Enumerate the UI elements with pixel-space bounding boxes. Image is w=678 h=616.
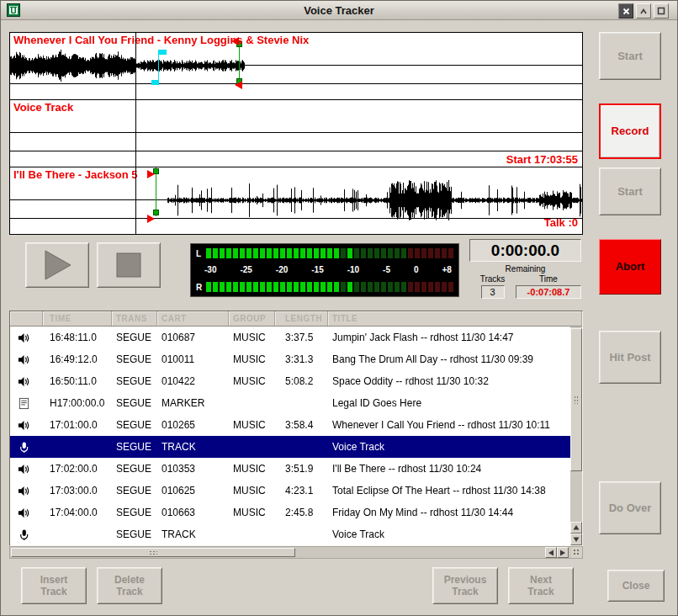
- maximize-window-button[interactable]: [654, 3, 669, 19]
- shade-window-button[interactable]: [636, 3, 651, 19]
- horizontal-scrollbar-thumb[interactable]: [11, 548, 295, 557]
- segue-marker-line[interactable]: [239, 43, 240, 83]
- log-cell-title: Space Oddity -- rdhost 11/30 10:32: [328, 375, 570, 387]
- meter-segment: [347, 248, 352, 258]
- meter-segment: [401, 282, 406, 292]
- stop-button[interactable]: [97, 242, 161, 288]
- grid-line: [10, 199, 582, 200]
- vertical-scrollbar-thumb[interactable]: [570, 328, 582, 471]
- log-cell-trans: SEGUE: [112, 485, 157, 497]
- log-cell-time: 16:48:11.0: [43, 332, 112, 343]
- track-panel-next[interactable]: I'll Be There - Jackson 5 Talk :0: [9, 167, 583, 235]
- meter-left-segments: [206, 248, 455, 258]
- log-cell-group: MUSIC: [229, 332, 275, 343]
- end-marker-icon[interactable]: [235, 81, 242, 89]
- start-track1-button[interactable]: Start: [599, 32, 661, 80]
- meter-segment: [428, 282, 433, 292]
- meter-right-label: R: [196, 283, 206, 292]
- log-cell-group: MUSIC: [229, 375, 275, 387]
- meter-segment: [341, 248, 346, 258]
- play-button[interactable]: [25, 242, 89, 288]
- log-cell-title: Bang The Drum All Day -- rdhost 11/30 09…: [328, 353, 570, 365]
- log-row[interactable]: 17:04:00.0SEGUE010663MUSIC2:45.8Friday O…: [10, 502, 570, 523]
- log-cell-length: 2:45.8: [275, 507, 328, 518]
- log-cell-cart: MARKER: [157, 397, 229, 409]
- meter-segment: [260, 282, 265, 292]
- thumb-grip-icon: [149, 550, 157, 555]
- log-row[interactable]: 17:02:00.0SEGUE010353MUSIC3:51.9I'll Be …: [10, 458, 570, 480]
- start-track3-button[interactable]: Start: [599, 167, 661, 215]
- meter-segment: [307, 282, 312, 292]
- horizontal-scrollbar[interactable]: [9, 546, 583, 559]
- log-cell-title: Jumpin' Jack Flash -- rdhost 11/30 14:47: [328, 332, 570, 343]
- track-panel-voice[interactable]: Voice Track Start 17:03:55: [9, 99, 583, 167]
- meter-scale-label: -20: [276, 265, 288, 274]
- meter-scale-label: -10: [347, 265, 359, 274]
- close-window-button[interactable]: [618, 3, 633, 19]
- start-marker-icon[interactable]: [147, 170, 155, 178]
- log-row[interactable]: 16:48:11.0SEGUE010687MUSIC3:37.5Jumpin' …: [10, 327, 570, 348]
- meter-segment: [260, 248, 265, 258]
- track-panel-previous[interactable]: Whenever I Call You Friend - Kenny Loggi…: [9, 32, 583, 100]
- meter-segment: [368, 248, 373, 258]
- log-row[interactable]: SEGUETRACKVoice Track: [10, 436, 570, 458]
- log-header-length[interactable]: LENGTH: [275, 311, 328, 326]
- meter-scale-label: -30: [204, 265, 216, 274]
- log-table: TIME TRANS CART GROUP LENGTH TITLE 16:48…: [9, 311, 583, 546]
- mic-icon: [10, 528, 43, 541]
- grid-line: [10, 65, 582, 66]
- log-header-icon-col[interactable]: [10, 311, 43, 326]
- log-cell-trans: SEGUE: [112, 507, 157, 518]
- meter-scale-label: -5: [383, 265, 390, 274]
- scroll-up-button[interactable]: [570, 522, 582, 534]
- log-row[interactable]: 16:50:11.0SEGUE010422MUSIC5:08.2Space Od…: [10, 370, 570, 392]
- meter-segment: [388, 282, 393, 292]
- record-button[interactable]: Record: [599, 104, 661, 159]
- scroll-down-button[interactable]: [570, 534, 582, 545]
- log-header-time[interactable]: TIME: [43, 311, 112, 326]
- speaker-icon: [10, 507, 43, 519]
- log-cell-time: 17:03:00.0: [43, 485, 112, 497]
- meter-segment: [233, 248, 238, 258]
- log-header-trans[interactable]: TRANS: [112, 311, 157, 326]
- insert-track-button[interactable]: Insert Track: [21, 567, 87, 604]
- meter-segment: [347, 282, 352, 292]
- log-cell-title: Total Eclipse Of The Heart -- rdhost 11/…: [328, 485, 570, 497]
- log-row[interactable]: 16:49:12.0SEGUE010011MUSIC3:31.3Bang The…: [10, 348, 570, 370]
- scroll-left-button[interactable]: [545, 547, 557, 558]
- log-cell-title: Friday On My Mind -- rdhost 11/30 14:44: [328, 507, 570, 518]
- meter-segment: [327, 282, 332, 292]
- resize-grip[interactable]: [571, 547, 582, 558]
- meter-segment: [273, 248, 278, 258]
- talk-marker-handle[interactable]: [151, 80, 159, 85]
- log-cell-group: MUSIC: [229, 419, 275, 431]
- do-over-button[interactable]: Do Over: [599, 481, 661, 534]
- next-track-button[interactable]: Next Track: [508, 567, 574, 604]
- log-row[interactable]: SEGUETRACKVoice Track: [10, 523, 570, 545]
- log-header-cart[interactable]: CART: [157, 311, 229, 326]
- start-marker-icon[interactable]: [147, 215, 155, 223]
- log-row[interactable]: H17:00:00.0SEGUEMARKERLegal ID Goes Here: [10, 392, 570, 414]
- log-cell-time: 16:49:12.0: [43, 353, 112, 365]
- meter-segment: [448, 248, 453, 258]
- previous-track-button[interactable]: Previous Track: [432, 567, 498, 604]
- meter-segment: [381, 248, 386, 258]
- remaining-tracks-value: 3: [481, 285, 505, 299]
- delete-track-button[interactable]: Delete Track: [97, 567, 162, 604]
- titlebar[interactable]: Voice Tracker: [1, 1, 677, 20]
- talk-marker-handle[interactable]: [159, 50, 167, 55]
- hit-post-button[interactable]: Hit Post: [599, 331, 661, 384]
- meter-segment: [401, 248, 406, 258]
- speaker-icon: [10, 419, 43, 432]
- vertical-scrollbar[interactable]: [570, 327, 582, 545]
- log-header-title[interactable]: TITLE: [328, 311, 582, 326]
- log-cell-length: 3:31.3: [275, 353, 328, 365]
- close-button[interactable]: Close: [607, 570, 665, 602]
- scroll-right-button[interactable]: [557, 547, 569, 558]
- track-title: Whenever I Call You Friend - Kenny Loggi…: [13, 34, 309, 46]
- log-row[interactable]: 17:03:00.0SEGUE010625MUSIC4:23.1Total Ec…: [10, 480, 570, 502]
- log-cell-cart: 010353: [157, 463, 229, 475]
- log-header-group[interactable]: GROUP: [229, 311, 275, 326]
- log-row[interactable]: 17:01:00.0SEGUE010265MUSIC3:58.4Whenever…: [10, 414, 570, 436]
- abort-button[interactable]: Abort: [599, 239, 661, 295]
